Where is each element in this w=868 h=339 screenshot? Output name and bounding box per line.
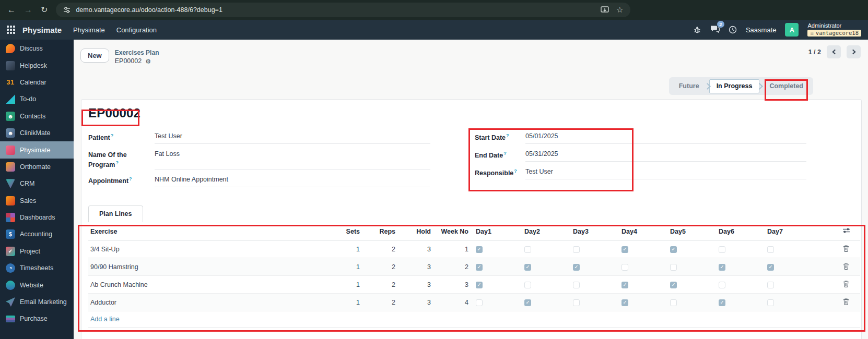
sidebar-item-timesheets[interactable]: ◔Timesheets	[0, 260, 74, 276]
week-no-cell[interactable]: 3	[436, 276, 474, 294]
day6-checkbox[interactable]	[719, 264, 725, 271]
site-settings-icon[interactable]	[63, 6, 71, 14]
day3-checkbox[interactable]	[573, 299, 580, 306]
column-header-sets[interactable]: Sets	[334, 223, 365, 240]
plan-line-row[interactable]: Adductor1234	[88, 294, 860, 311]
responsible-input[interactable]: Test User	[525, 166, 806, 179]
day4-checkbox[interactable]	[621, 246, 628, 253]
column-header-day3[interactable]: Day3	[571, 223, 619, 240]
activities-clock-icon[interactable]	[729, 26, 737, 34]
stage-completed[interactable]: Completed	[761, 82, 811, 90]
breadcrumb-parent[interactable]: Exercises Plan	[115, 49, 159, 56]
day5-checkbox[interactable]	[670, 264, 677, 271]
day7-checkbox[interactable]	[767, 282, 774, 288]
plan-line-row[interactable]: 90/90 Hamstring1232	[88, 258, 860, 276]
reps-cell[interactable]: 2	[365, 294, 401, 311]
day5-checkbox[interactable]	[670, 246, 677, 253]
day2-checkbox[interactable]	[524, 282, 531, 288]
debug-bug-icon[interactable]	[693, 26, 701, 34]
install-app-icon[interactable]	[601, 6, 609, 14]
sets-cell[interactable]: 1	[334, 240, 365, 258]
tab-plan-lines[interactable]: Plan Lines	[88, 205, 143, 222]
browser-forward-icon[interactable]: →	[24, 6, 32, 14]
sidebar-item-to-do[interactable]: To-do	[0, 91, 74, 107]
sidebar-item-helpdesk[interactable]: Helpdesk	[0, 57, 74, 74]
menu-configuration[interactable]: Configuration	[116, 26, 157, 34]
sets-cell[interactable]: 1	[334, 258, 365, 276]
column-header-day4[interactable]: Day4	[619, 223, 668, 240]
sidebar-item-clinikmate[interactable]: ☻ClinikMate	[0, 125, 74, 141]
day3-checkbox[interactable]	[573, 282, 580, 288]
day2-checkbox[interactable]	[524, 299, 531, 306]
end-date-input[interactable]: 05/31/2025	[525, 149, 806, 162]
day3-checkbox[interactable]	[573, 264, 580, 271]
column-header-day7[interactable]: Day7	[765, 223, 832, 240]
hold-cell[interactable]: 3	[401, 258, 436, 276]
sidebar-item-contacts[interactable]: ☻Contacts	[0, 108, 74, 125]
program-name-input[interactable]: Fat Loss	[155, 149, 430, 170]
column-header-day1[interactable]: Day1	[474, 223, 522, 240]
day2-checkbox[interactable]	[524, 246, 531, 253]
sidebar-item-discuss[interactable]: Discuss	[0, 40, 74, 57]
day4-checkbox[interactable]	[621, 282, 628, 288]
week-no-cell[interactable]: 2	[436, 258, 474, 276]
column-header-day5[interactable]: Day5	[668, 223, 717, 240]
hold-cell[interactable]: 3	[401, 294, 436, 311]
company-name[interactable]: Saasmate	[746, 26, 777, 34]
bookmark-star-icon[interactable]: ☆	[616, 5, 623, 15]
delete-row-cell[interactable]	[832, 258, 860, 276]
sidebar-item-purchase[interactable]: Purchase	[0, 310, 74, 327]
add-a-line-link[interactable]: Add a line	[88, 311, 860, 328]
day7-checkbox[interactable]	[767, 246, 774, 253]
settings-gear-icon[interactable]: ⚙	[145, 58, 151, 65]
delete-row-cell[interactable]	[832, 294, 860, 311]
stage-future[interactable]: Future	[671, 82, 707, 90]
sidebar-item-email-marketing[interactable]: Email Marketing	[0, 294, 74, 310]
day4-checkbox[interactable]	[621, 299, 628, 306]
delete-row-icon[interactable]	[843, 298, 849, 305]
pager-previous-button[interactable]	[827, 45, 841, 58]
exercise-cell[interactable]: Adductor	[88, 294, 334, 311]
delete-row-cell[interactable]	[832, 240, 860, 258]
day2-checkbox[interactable]	[524, 264, 531, 271]
app-brand[interactable]: Physimate	[22, 26, 62, 34]
sets-cell[interactable]: 1	[334, 276, 365, 294]
column-header-day2[interactable]: Day2	[522, 223, 571, 240]
column-header-week-no[interactable]: Week No	[436, 223, 474, 240]
user-menu[interactable]: Administrator ≡vantagecore18	[807, 23, 861, 37]
day6-checkbox[interactable]	[719, 246, 725, 253]
patient-input[interactable]: Test User	[155, 131, 430, 144]
new-button[interactable]: New	[80, 49, 109, 63]
hold-cell[interactable]: 3	[401, 240, 436, 258]
day5-checkbox[interactable]	[670, 282, 677, 288]
hold-cell[interactable]: 3	[401, 276, 436, 294]
day1-checkbox[interactable]	[476, 246, 483, 253]
messages-icon[interactable]: 2	[710, 25, 720, 35]
browser-back-icon[interactable]: ←	[7, 6, 16, 14]
sets-cell[interactable]: 1	[334, 294, 365, 311]
exercise-cell[interactable]: 90/90 Hamstring	[88, 258, 334, 276]
browser-reload-icon[interactable]: ↻	[41, 6, 48, 14]
delete-row-icon[interactable]	[843, 245, 849, 252]
start-date-input[interactable]: 05/01/2025	[525, 131, 806, 144]
day6-checkbox[interactable]	[719, 299, 725, 306]
sidebar-item-calendar[interactable]: 31Calendar	[0, 74, 74, 91]
day1-checkbox[interactable]	[476, 282, 483, 288]
column-header-actions[interactable]	[832, 223, 860, 240]
day7-checkbox[interactable]	[767, 264, 774, 271]
day5-checkbox[interactable]	[670, 299, 677, 306]
week-no-cell[interactable]: 4	[436, 294, 474, 311]
reps-cell[interactable]: 2	[365, 258, 401, 276]
pager-next-button[interactable]	[847, 45, 861, 58]
sidebar-item-accounting[interactable]: $Accounting	[0, 226, 74, 243]
exercise-cell[interactable]: 3/4 Sit-Up	[88, 240, 334, 258]
appointment-input[interactable]: NHM Online Appointment	[155, 174, 430, 187]
column-header-exercise[interactable]: Exercise	[88, 223, 334, 240]
sidebar-item-sales[interactable]: Sales	[0, 192, 74, 209]
sidebar-item-project[interactable]: ✓Project	[0, 243, 74, 260]
day6-checkbox[interactable]	[719, 282, 725, 288]
sidebar-item-crm[interactable]: CRM	[0, 175, 74, 192]
plan-line-row[interactable]: Ab Crunch Machine1233	[88, 276, 860, 294]
stage-in-progress[interactable]: In Progress	[709, 79, 760, 93]
reps-cell[interactable]: 2	[365, 240, 401, 258]
